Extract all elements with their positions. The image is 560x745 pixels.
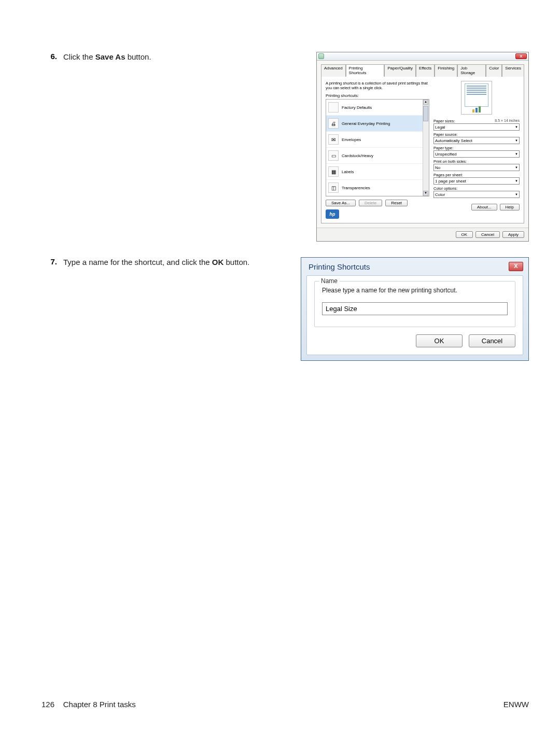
page-number: 126 (41, 700, 54, 709)
step-7-text-after: button. (223, 258, 249, 266)
pages-value: 1 page per sheet (435, 179, 466, 184)
delete-button: Delete (359, 200, 382, 206)
apply-button[interactable]: Apply (502, 231, 524, 238)
paper-type-label: Paper type: (433, 146, 453, 150)
tab-effects[interactable]: Effects (416, 64, 435, 77)
cardstock-icon: ▭ (328, 150, 339, 161)
scroll-thumb[interactable] (423, 106, 428, 121)
left-column: A printing shortcut is a collection of s… (326, 81, 429, 219)
save-as-button[interactable]: Save As... (326, 200, 356, 206)
scrollbar[interactable]: ▲ ▼ (423, 100, 429, 196)
factory-icon (328, 102, 339, 113)
tabs-row: Advanced Printing Shortcuts Paper/Qualit… (321, 64, 524, 77)
dialog2-buttons: OK Cancel (314, 334, 515, 347)
tab-advanced[interactable]: Advanced (321, 64, 346, 77)
transparencies-icon: ◫ (328, 182, 339, 193)
step-6-text-after: button. (125, 52, 151, 61)
dialog-body: Advanced Printing Shortcuts Paper/Qualit… (317, 61, 528, 228)
shortcut-label: Envelopes (342, 137, 361, 142)
paper-source-value: Automatically Select (435, 138, 472, 143)
shortcut-item-everyday[interactable]: 🖨 General Everyday Printing (326, 116, 429, 132)
about-help-row: About... Help (433, 200, 520, 210)
step-7-number: 7. (41, 257, 57, 266)
tab-job-storage[interactable]: Job Storage (457, 64, 486, 77)
paper-sizes-select[interactable]: Legal▼ (433, 123, 520, 131)
shortcut-item-envelopes[interactable]: ✉ Envelopes (326, 132, 429, 148)
dialog2-title-text: Printing Shortcuts (309, 262, 370, 271)
hp-row: hp (326, 209, 429, 219)
reset-button[interactable]: Reset (385, 200, 408, 206)
paper-type-select[interactable]: Unspecified▼ (433, 150, 520, 158)
paper-sizes-label: Paper sizes: (433, 119, 455, 123)
ok-button[interactable]: OK (456, 231, 473, 238)
cancel-button[interactable]: Cancel (469, 334, 515, 347)
help-button[interactable]: Help (500, 204, 520, 210)
preview-doc-icon (465, 83, 488, 107)
shortcut-item-factory[interactable]: Factory Defaults (326, 100, 429, 116)
preview-chart-icon (465, 106, 488, 113)
both-sides-label: Print on both sides: (433, 159, 467, 164)
name-group: Name Please type a name for the new prin… (314, 281, 515, 327)
step-7-row: 7. Type a name for the shortcut, and cli… (41, 257, 529, 361)
shortcut-label: Transparencies (342, 186, 370, 190)
chevron-down-icon: ▼ (515, 166, 518, 169)
ok-button[interactable]: OK (416, 334, 463, 347)
dialog-titlebar: X (317, 52, 528, 61)
color-options-select[interactable]: Color▼ (433, 191, 520, 198)
paper-type-value: Unspecified (435, 152, 457, 157)
print-properties-dialog: X Advanced Printing Shortcuts Paper/Qual… (316, 52, 529, 242)
page-content: 6. Click the Save As button. X Advanced … (41, 52, 529, 376)
step-6-row: 6. Click the Save As button. X Advanced … (41, 52, 529, 242)
dialog2-body: Name Please type a name for the new prin… (306, 275, 523, 355)
shortcut-description: A printing shortcut is a collection of s… (326, 81, 429, 90)
chevron-down-icon: ▼ (515, 179, 518, 182)
chevron-down-icon: ▼ (515, 125, 518, 129)
paper-sizes-dim: 8.5 × 14 inches (495, 119, 520, 123)
both-sides-select[interactable]: No▼ (433, 164, 520, 171)
paper-type-field: Paper type: Unspecified▼ (433, 146, 520, 158)
shortcut-item-labels[interactable]: ▦ Labels (326, 164, 429, 180)
name-shortcut-dialog: Printing Shortcuts X Name Please type a … (301, 257, 529, 361)
envelope-icon: ✉ (328, 134, 339, 145)
labels-icon: ▦ (328, 166, 339, 177)
tab-paper-quality[interactable]: Paper/Quality (384, 64, 415, 77)
step-7-text-before: Type a name for the shortcut, and click … (63, 258, 212, 266)
scroll-up-arrow[interactable]: ▲ (423, 100, 428, 105)
dialog-bottom-buttons: OK Cancel Apply (317, 228, 528, 241)
paper-source-select[interactable]: Automatically Select▼ (433, 137, 520, 144)
tab-finishing[interactable]: Finishing (435, 64, 457, 77)
chapter-title: Chapter 8 Print tasks (63, 700, 136, 709)
page-preview (461, 81, 492, 115)
about-button[interactable]: About... (471, 204, 497, 210)
everyday-icon: 🖨 (328, 118, 339, 129)
color-options-value: Color (435, 192, 445, 197)
shortcut-item-cardstock[interactable]: ▭ Cardstock/Heavy (326, 148, 429, 164)
paper-sizes-field: Paper sizes:8.5 × 14 inches Legal▼ (433, 119, 520, 131)
tab-color[interactable]: Color (486, 64, 502, 77)
footer-left: 126 Chapter 8 Print tasks (41, 700, 136, 709)
chevron-down-icon: ▼ (515, 139, 518, 142)
paper-sizes-value: Legal (435, 125, 445, 130)
close-button[interactable]: X (509, 262, 523, 271)
tab-printing-shortcuts[interactable]: Printing Shortcuts (346, 64, 385, 77)
paper-source-label: Paper source: (433, 132, 458, 137)
right-column: Paper sizes:8.5 × 14 inches Legal▼ Paper… (433, 81, 520, 219)
both-sides-value: No (435, 165, 440, 170)
shortcut-list[interactable]: Factory Defaults 🖨 General Everyday Prin… (326, 99, 429, 196)
close-button[interactable]: X (515, 53, 527, 59)
tab-content: A printing shortcut is a collection of s… (321, 77, 524, 223)
color-options-field: Color options: Color▼ (433, 186, 520, 198)
shortcut-item-transparencies[interactable]: ◫ Transparencies (326, 180, 429, 196)
scroll-down-arrow[interactable]: ▼ (423, 191, 428, 196)
name-prompt: Please type a name for the new printing … (322, 287, 508, 294)
shortcut-label: Labels (342, 170, 354, 174)
both-sides-field: Print on both sides: No▼ (433, 159, 520, 171)
shortcut-name-input[interactable] (322, 302, 508, 315)
step-6-image: X Advanced Printing Shortcuts Paper/Qual… (316, 52, 529, 242)
tab-services[interactable]: Services (502, 64, 524, 77)
step-6-text: Click the Save As button. (57, 52, 254, 62)
chevron-down-icon: ▼ (515, 152, 518, 156)
color-options-label: Color options: (433, 186, 457, 191)
pages-select[interactable]: 1 page per sheet▼ (433, 177, 520, 185)
cancel-button[interactable]: Cancel (475, 231, 500, 238)
